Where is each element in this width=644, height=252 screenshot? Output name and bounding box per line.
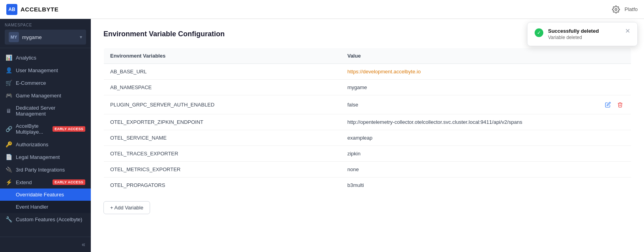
- toast-check-icon: ✓: [535, 28, 543, 37]
- toast-close-button[interactable]: ✕: [625, 27, 630, 35]
- env-var-value: mygame: [341, 80, 578, 95]
- sidebar-item-extend[interactable]: ⚡ Extend Early Access: [0, 176, 91, 189]
- toast-notification: ✓ Successfully deleted Variable deleted …: [527, 22, 638, 46]
- sidebar: NAMESPACE MY mygame ▾ 📊 Analytics 👤 User…: [0, 19, 91, 252]
- overridable-features-label: Overridable Features: [16, 192, 85, 198]
- 3rd-party-icon: 🔌: [6, 166, 12, 173]
- edit-variable-button[interactable]: [603, 100, 612, 109]
- namespace-selector[interactable]: MY mygame ▾: [5, 30, 86, 45]
- sidebar-item-e-commerce[interactable]: 🛒 E-Commerce: [0, 77, 91, 89]
- accelbyte-multiplayer-badge: Early Access: [53, 126, 85, 132]
- platform-settings-icon[interactable]: [612, 6, 620, 13]
- namespace-label: NAMESPACE: [5, 23, 86, 27]
- table-header: Environment Variables Value: [104, 48, 631, 64]
- sidebar-item-custom-features[interactable]: 🔧 Custom Features (Accelbyte): [0, 213, 91, 226]
- sidebar-item-e-commerce-label: E-Commerce: [16, 80, 85, 86]
- sidebar-item-accelbyte-multiplayer[interactable]: 🔗 AccelByte Multiplaye... Early Access: [0, 120, 91, 138]
- sidebar-item-analytics-label: Analytics: [16, 55, 85, 61]
- sidebar-item-game-management-label: Game Management: [16, 93, 85, 99]
- table-row: OTEL_SERVICE_NAMEexampleap: [104, 130, 631, 146]
- env-var-actions: [578, 146, 631, 162]
- env-var-value: https://development.accelbyte.io: [341, 64, 578, 80]
- env-var-name: OTEL_EXPORTER_ZIPKIN_ENDPOINT: [104, 114, 341, 130]
- sidebar-item-dedicated-server[interactable]: 🖥 Dedicated Server Management: [0, 102, 91, 120]
- sidebar-item-game-management[interactable]: 🎮 Game Management: [0, 89, 91, 102]
- toast-title: Successfully deleted: [548, 28, 620, 34]
- sidebar-item-overridable-features[interactable]: Overridable Features: [0, 189, 91, 201]
- sidebar-item-3rd-party-label: 3rd Party Integrations: [16, 167, 85, 173]
- top-bar: AB ACCELBYTE Platfo: [0, 0, 644, 19]
- user-management-icon: 👤: [6, 67, 12, 73]
- col-header-actions: [578, 48, 631, 64]
- accelbyte-multiplayer-icon: 🔗: [6, 126, 12, 132]
- game-management-icon: 🎮: [6, 92, 12, 99]
- env-var-actions: [578, 114, 631, 130]
- toast-container: ✓ Successfully deleted Variable deleted …: [527, 22, 638, 46]
- extend-badge: Early Access: [53, 179, 85, 185]
- sidebar-item-analytics[interactable]: 📊 Analytics: [0, 51, 91, 64]
- sidebar-item-authorizations[interactable]: 🔑 Authorizations: [0, 138, 91, 151]
- env-var-value: zipkin: [341, 146, 578, 162]
- sidebar-item-extend-label: Extend: [16, 179, 49, 185]
- env-var-value-link[interactable]: https://development.accelbyte.io: [347, 69, 421, 75]
- table-row: OTEL_METRICS_EXPORTERnone: [104, 162, 631, 177]
- event-handler-label: Event Handler: [16, 204, 85, 210]
- sidebar-item-3rd-party[interactable]: 🔌 3rd Party Integrations: [0, 163, 91, 176]
- add-variable-button[interactable]: + Add Variable: [103, 201, 150, 214]
- env-var-actions: [578, 80, 631, 95]
- dedicated-server-icon: 🖥: [6, 108, 12, 114]
- env-var-actions: [578, 162, 631, 177]
- analytics-icon: 📊: [6, 54, 12, 61]
- custom-features-icon: 🔧: [6, 216, 12, 222]
- col-header-env-vars: Environment Variables: [104, 48, 341, 64]
- table-row: OTEL_TRACES_EXPORTERzipkin: [104, 146, 631, 162]
- legal-management-icon: 📄: [6, 154, 12, 160]
- env-var-name: OTEL_SERVICE_NAME: [104, 130, 341, 146]
- env-variables-table: Environment Variables Value AB_BASE_URLh…: [103, 48, 631, 193]
- delete-icon: [617, 102, 623, 108]
- env-var-name: OTEL_PROPAGATORS: [104, 177, 341, 193]
- env-var-value: http://opentelemetry-collector.otelcolle…: [341, 114, 578, 130]
- table-row: PLUGIN_GRPC_SERVER_AUTH_ENABLEDfalse: [104, 95, 631, 114]
- extend-icon: ⚡: [6, 179, 12, 185]
- env-var-actions: [578, 64, 631, 80]
- edit-icon: [605, 102, 611, 108]
- table-row: OTEL_PROPAGATORSb3multi: [104, 177, 631, 193]
- env-var-value: none: [341, 162, 578, 177]
- col-header-value: Value: [341, 48, 578, 64]
- env-var-name: PLUGIN_GRPC_SERVER_AUTH_ENABLED: [104, 95, 341, 114]
- table-body: AB_BASE_URLhttps://development.accelbyte…: [104, 64, 631, 193]
- nav-items: 📊 Analytics 👤 User Management 🛒 E-Commer…: [0, 48, 91, 237]
- env-var-name: AB_NAMESPACE: [104, 80, 341, 95]
- main-layout: NAMESPACE MY mygame ▾ 📊 Analytics 👤 User…: [0, 19, 644, 252]
- env-var-name: OTEL_TRACES_EXPORTER: [104, 146, 341, 162]
- extend-sub-items: Overridable Features Event Handler: [0, 189, 91, 213]
- sidebar-item-custom-features-label: Custom Features (Accelbyte): [16, 217, 85, 222]
- delete-variable-button[interactable]: [616, 100, 625, 109]
- env-var-name: OTEL_METRICS_EXPORTER: [104, 162, 341, 177]
- top-bar-right: Platfo: [612, 6, 638, 13]
- sidebar-item-accelbyte-multiplayer-label: AccelByte Multiplaye...: [16, 123, 49, 135]
- env-var-value: exampleap: [341, 130, 578, 146]
- sidebar-item-legal-management[interactable]: 📄 Legal Management: [0, 151, 91, 163]
- env-var-actions: [578, 177, 631, 193]
- toast-subtitle: Variable deleted: [548, 35, 620, 40]
- toast-content: Successfully deleted Variable deleted: [548, 28, 620, 40]
- main-content: Environment Variable Configuration Resta…: [91, 19, 644, 252]
- logo-area: AB ACCELBYTE: [6, 4, 58, 15]
- env-var-value: b3multi: [341, 177, 578, 193]
- sidebar-item-dedicated-server-label: Dedicated Server Management: [16, 105, 85, 117]
- namespace-section: NAMESPACE MY mygame ▾: [0, 19, 91, 48]
- sidebar-item-authorizations-label: Authorizations: [16, 142, 85, 147]
- app-logo-text: ACCELBYTE: [21, 6, 58, 13]
- env-var-actions: [578, 95, 631, 114]
- env-var-name: AB_BASE_URL: [104, 64, 341, 80]
- namespace-name: mygame: [22, 34, 42, 40]
- sidebar-item-user-management[interactable]: 👤 User Management: [0, 64, 91, 77]
- sidebar-item-event-handler[interactable]: Event Handler: [0, 201, 91, 213]
- env-var-value: false: [341, 95, 578, 114]
- table-row: OTEL_EXPORTER_ZIPKIN_ENDPOINThttp://open…: [104, 114, 631, 130]
- e-commerce-icon: 🛒: [6, 80, 12, 86]
- svg-point-0: [615, 8, 617, 10]
- sidebar-collapse-button[interactable]: «: [82, 241, 85, 248]
